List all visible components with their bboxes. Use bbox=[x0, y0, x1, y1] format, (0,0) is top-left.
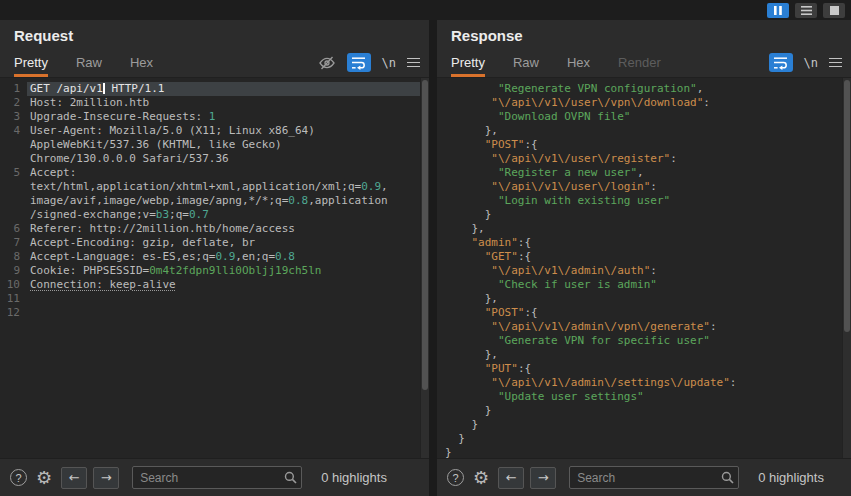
code-token: Cookie: PHPSESSID= bbox=[30, 264, 149, 277]
code-line: 2Host: 2million.htb bbox=[0, 96, 429, 110]
response-search-input[interactable] bbox=[569, 466, 739, 489]
line-number: 2 bbox=[0, 96, 27, 110]
code-token: , bbox=[697, 82, 704, 95]
layout-single-button[interactable] bbox=[823, 3, 845, 18]
panel-splitter[interactable] bbox=[429, 20, 437, 496]
line-number: 9 bbox=[0, 264, 27, 278]
code-token: Accept-Encoding: gzip, deflate, br bbox=[30, 236, 255, 249]
code-token: }, bbox=[445, 292, 498, 305]
code-token: 0.8 bbox=[275, 250, 295, 263]
code-token: :{ bbox=[518, 362, 531, 375]
response-panel: Response Pretty Raw Hex Render \n "Regen… bbox=[437, 20, 851, 496]
response-next-match-button[interactable]: → bbox=[530, 467, 556, 489]
request-code: 1GET /api/v1 HTTP/1.12Host: 2million.htb… bbox=[0, 82, 429, 320]
response-editor-tools: \n bbox=[769, 48, 851, 77]
code-line: /signed-exchange;v=b3;q=0.7 bbox=[0, 208, 429, 222]
code-line: 9Cookie: PHPSESSID=0m4t2fdpn9lli0Obljj19… bbox=[0, 264, 429, 278]
code-line: 12 bbox=[0, 306, 429, 320]
response-tab-raw[interactable]: Raw bbox=[513, 48, 539, 77]
response-scrollbar[interactable] bbox=[842, 78, 851, 458]
response-highlights-count: 0 highlights bbox=[758, 470, 824, 485]
code-token: ,application bbox=[308, 194, 387, 207]
code-token: :{ bbox=[518, 250, 531, 263]
request-search-input[interactable] bbox=[132, 466, 302, 489]
request-tab-pretty[interactable]: Pretty bbox=[14, 48, 48, 77]
editor-panels: Request Pretty Raw Hex \n 1GET /api/ bbox=[0, 20, 851, 496]
code-token: "\/api\/v1\/user\/vpn\/download" bbox=[491, 96, 703, 109]
response-scrollbar-thumb[interactable] bbox=[844, 80, 850, 332]
response-editor-menu-icon[interactable] bbox=[829, 58, 842, 68]
word-wrap-toggle[interactable] bbox=[347, 53, 371, 72]
search-help-icon[interactable]: ? bbox=[10, 469, 27, 486]
code-line: 4User-Agent: Mozilla/5.0 (X11; Linux x86… bbox=[0, 124, 429, 138]
code-line: "PUT":{ bbox=[437, 362, 851, 376]
code-token: b3 bbox=[156, 208, 169, 221]
request-prev-match-button[interactable]: ← bbox=[61, 467, 87, 489]
search-settings-icon[interactable]: ⚙ bbox=[473, 469, 489, 487]
line-number: 6 bbox=[0, 222, 27, 236]
line-number bbox=[0, 180, 27, 194]
code-token: "\/api\/v1\/admin\/vpn\/generate" bbox=[491, 320, 710, 333]
code-token: /signed-exchange;v= bbox=[30, 208, 156, 221]
pause-columns-icon bbox=[773, 6, 783, 15]
search-help-icon[interactable]: ? bbox=[447, 469, 464, 486]
line-number: 3 bbox=[0, 110, 27, 124]
line-number: 12 bbox=[0, 306, 27, 320]
request-panel: Request Pretty Raw Hex \n 1GET /api/ bbox=[0, 20, 429, 496]
code-line: }, bbox=[437, 222, 851, 236]
code-line: 10Connection: keep-alive bbox=[0, 278, 429, 292]
code-line: "Generate VPN for specific user" bbox=[437, 334, 851, 348]
search-settings-icon[interactable]: ⚙ bbox=[36, 469, 52, 487]
response-tabbar: Pretty Raw Hex Render \n bbox=[437, 48, 851, 78]
request-scrollbar-thumb[interactable] bbox=[422, 80, 428, 390]
code-token: }, bbox=[445, 124, 498, 137]
code-token: } bbox=[445, 418, 478, 431]
code-token: : bbox=[650, 264, 657, 277]
code-token: "POST" bbox=[485, 138, 525, 151]
response-search-bar: ? ⚙ ← → 0 highlights bbox=[437, 458, 851, 496]
code-token: Connection: keep-alive bbox=[30, 278, 176, 291]
code-line: "Check if user is admin" bbox=[437, 278, 851, 292]
request-next-match-button[interactable]: → bbox=[93, 467, 119, 489]
response-searchbox bbox=[569, 466, 739, 489]
code-token: "POST" bbox=[485, 306, 525, 319]
code-token: ,en;q= bbox=[235, 250, 275, 263]
request-editor-menu-icon[interactable] bbox=[407, 58, 420, 68]
code-token: , bbox=[381, 180, 388, 193]
response-tab-hex[interactable]: Hex bbox=[567, 48, 590, 77]
code-token: "PUT" bbox=[485, 362, 518, 375]
request-editor[interactable]: 1GET /api/v1 HTTP/1.12Host: 2million.htb… bbox=[0, 78, 429, 458]
code-token bbox=[445, 306, 485, 319]
code-line: "GET":{ bbox=[437, 250, 851, 264]
request-tab-hex[interactable]: Hex bbox=[130, 48, 153, 77]
line-number bbox=[0, 138, 27, 152]
response-panel-title: Response bbox=[437, 20, 851, 48]
line-number bbox=[0, 152, 27, 166]
layout-rows-button[interactable] bbox=[795, 3, 817, 18]
response-prev-match-button[interactable]: ← bbox=[498, 467, 524, 489]
request-editor-tools: \n bbox=[318, 48, 429, 77]
code-line: 8Accept-Language: es-ES,es;q=0.9,en;q=0.… bbox=[0, 250, 429, 264]
show-newlines-toggle-response[interactable]: \n bbox=[804, 56, 818, 70]
response-tab-pretty[interactable]: Pretty bbox=[451, 48, 485, 77]
code-token: Accept-Language: es-ES,es;q= bbox=[30, 250, 215, 263]
code-token bbox=[445, 376, 491, 389]
line-number bbox=[0, 208, 27, 222]
show-newlines-toggle[interactable]: \n bbox=[382, 56, 396, 70]
request-tab-raw[interactable]: Raw bbox=[76, 48, 102, 77]
line-number: 8 bbox=[0, 250, 27, 264]
code-line: "POST":{ bbox=[437, 138, 851, 152]
code-token: ;q= bbox=[169, 208, 189, 221]
code-line: AppleWebKit/537.36 (KHTML, like Gecko) bbox=[0, 138, 429, 152]
response-editor[interactable]: "Regenerate VPN configuration", "\/api\/… bbox=[437, 78, 851, 458]
word-wrap-icon bbox=[351, 56, 366, 70]
code-line: "Download OVPN file" bbox=[437, 110, 851, 124]
request-scrollbar[interactable] bbox=[420, 78, 429, 458]
code-token: } bbox=[445, 208, 491, 221]
rows-icon bbox=[801, 6, 812, 15]
word-wrap-toggle-response[interactable] bbox=[769, 53, 793, 72]
code-token: 0m4t2fdpn9lli0Obljj19ch5ln bbox=[149, 264, 321, 277]
line-number: 5 bbox=[0, 166, 27, 180]
eye-slash-icon[interactable] bbox=[318, 56, 336, 70]
layout-columns-button[interactable] bbox=[767, 3, 789, 18]
